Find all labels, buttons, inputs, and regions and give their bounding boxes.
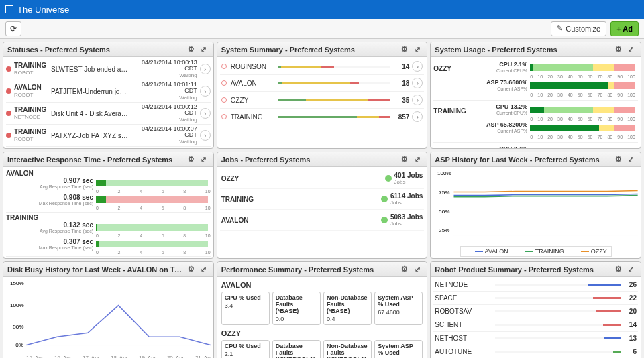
perf-cell[interactable]: CPU % Used3.4 <box>221 292 270 325</box>
status-description: SLWTEST-Job ended abnormally. <box>51 66 130 73</box>
robot-bar <box>495 297 621 299</box>
robot-value: 14 <box>621 321 637 329</box>
gear-icon[interactable]: ⚙ <box>186 264 197 275</box>
widget-title: Disk Busy History for Last Week - AVALON… <box>7 265 184 274</box>
status-timestamp: 04/21/2014 10:01:11 CDTWaiting <box>130 82 197 101</box>
status-row[interactable]: TRAININGROBOT SLWTEST-Job ended abnormal… <box>6 58 211 80</box>
svg-text:50%: 50% <box>13 324 23 330</box>
perf-cell[interactable]: Non-Database Faults (*BASE)0.4 <box>323 292 372 325</box>
robot-row[interactable]: NETHOST 13 <box>433 332 638 345</box>
summary-bar <box>278 66 391 68</box>
jobs-row[interactable]: TRAINING 6114 JobsJobs <box>220 189 425 210</box>
asp-chart: 100% 75% 50% 25% AVALONTRAININGOZZY <box>431 167 641 258</box>
status-row[interactable]: AVALONROBOT PATJITEM-Underrun job monito… <box>6 80 211 103</box>
perf-cell[interactable]: System ASP % Used73.6600 <box>374 340 423 358</box>
usage-cpu-bar <box>530 64 635 71</box>
chevron-right-icon[interactable]: › <box>200 108 211 119</box>
add-button[interactable]: + Ad <box>610 21 639 36</box>
robot-value: 26 <box>621 281 637 288</box>
status-timestamp: 04/21/2014 10:00:13 CDTWaiting <box>130 60 197 78</box>
gear-icon[interactable]: ⚙ <box>399 154 410 165</box>
irt-system: TRAINING <box>6 214 211 221</box>
perf-cell[interactable]: System ASP % Used67.4600 <box>374 292 423 325</box>
chevron-right-icon[interactable]: › <box>412 111 423 122</box>
robot-bar <box>495 351 621 353</box>
app-icon <box>5 5 13 13</box>
chevron-right-icon[interactable]: › <box>412 78 423 88</box>
expand-icon[interactable]: ⤢ <box>412 44 423 55</box>
chevron-right-icon[interactable]: › <box>200 64 211 74</box>
widget-system-summary: System Summary - Preferred Systems ⚙ ⤢ R… <box>217 42 428 149</box>
perf-cell[interactable]: Database Faults (*SHRPOOL1)0.1 <box>272 340 321 358</box>
chevron-right-icon[interactable]: › <box>412 95 423 105</box>
chevron-right-icon[interactable]: › <box>200 130 211 141</box>
widget-title: Statuses - Preferred Systems <box>7 46 184 54</box>
legend-item: TRAINING <box>515 248 564 255</box>
perf-cell[interactable]: Database Faults (*BASE)0.0 <box>272 292 321 325</box>
widget-statuses: Statuses - Preferred Systems ⚙ ⤢ TRAININ… <box>3 42 214 149</box>
summary-row[interactable]: TRAINING 857 › <box>220 109 425 125</box>
perf-cell[interactable]: CPU % Used2.1 <box>221 340 270 358</box>
widget-title: System Usage - Preferred Systems <box>435 46 611 54</box>
status-dot-icon <box>6 111 11 116</box>
app-title: The Universe <box>17 5 69 15</box>
robot-row[interactable]: SCHENT 14 <box>433 318 638 332</box>
jobs-row[interactable]: AVALON 5083 JobsJobs <box>220 210 425 231</box>
gear-icon[interactable]: ⚙ <box>399 264 410 275</box>
svg-text:0%: 0% <box>15 342 23 348</box>
robot-product: SCHENT <box>435 321 495 329</box>
svg-text:50%: 50% <box>439 208 449 215</box>
summary-row[interactable]: OZZY 35 › <box>220 92 425 109</box>
widget-title: Robot Product Summary - Preferred System… <box>435 265 611 274</box>
usage-row: AVALON CPU 3.4%Current CPU% 010203040506… <box>433 143 638 148</box>
status-timestamp: 04/21/2014 10:00:12 CDTWaiting <box>130 104 197 123</box>
gear-icon[interactable]: ⚙ <box>399 44 410 55</box>
expand-icon[interactable]: ⤢ <box>199 154 209 165</box>
status-description: PATJITEM-Underrun job monitor event occu… <box>51 88 130 95</box>
widget-performance-summary: Performance Summary - Preferred Systems … <box>217 261 428 358</box>
robot-value: 20 <box>621 308 637 315</box>
jobs-value: 6114 JobsJobs <box>390 192 423 206</box>
irt-row: AVALON 0.907 secAvg Response Time (sec) … <box>6 168 211 213</box>
perf-grid: CPU % Used3.4Database Faults (*BASE)0.0N… <box>221 292 423 325</box>
expand-icon[interactable]: ⤢ <box>626 154 637 165</box>
expand-icon[interactable]: ⤢ <box>412 154 423 165</box>
expand-icon[interactable]: ⤢ <box>412 264 423 275</box>
chevron-right-icon[interactable]: › <box>200 86 211 97</box>
jobs-row[interactable]: OZZY 401 JobsJobs <box>220 168 425 189</box>
status-dot-icon <box>6 88 11 94</box>
status-row[interactable]: TRAININGROBOT PATXYZ-Job PATXYZ schedule… <box>6 125 211 147</box>
gear-icon[interactable]: ⚙ <box>613 44 624 55</box>
robot-row[interactable]: ROBOTSAV 20 <box>433 305 638 318</box>
robot-row[interactable]: SPACE 22 <box>433 292 638 305</box>
expand-icon[interactable]: ⤢ <box>626 44 637 55</box>
svg-text:100%: 100% <box>437 170 451 176</box>
gear-icon[interactable]: ⚙ <box>613 264 624 275</box>
gear-icon[interactable]: ⚙ <box>186 154 197 165</box>
gear-icon[interactable]: ⚙ <box>613 154 624 165</box>
gear-icon[interactable]: ⚙ <box>186 44 197 55</box>
summary-dot-icon <box>221 80 227 86</box>
refresh-button[interactable]: ⟳ <box>5 21 21 36</box>
expand-icon[interactable]: ⤢ <box>199 264 209 275</box>
robot-row[interactable]: AUTOTUNE 6 <box>433 345 638 358</box>
status-row[interactable]: TRAININGCONSOLE JOB 332995/QUSER/QZLSFIL… <box>6 147 211 148</box>
robot-value: 13 <box>621 335 637 342</box>
perf-system-name: OZZY <box>221 329 423 337</box>
expand-icon[interactable]: ⤢ <box>626 264 637 275</box>
summary-row[interactable]: AVALON 18 › <box>220 75 425 92</box>
customize-button[interactable]: ✎ Customize <box>551 21 606 36</box>
status-dot-icon <box>6 66 11 72</box>
perf-cell[interactable]: Non-Database Faults (*SHRPOOL1)2.2 <box>323 340 372 358</box>
widget-title: System Summary - Preferred Systems <box>221 46 398 54</box>
jobs-system: OZZY <box>221 175 275 182</box>
status-row[interactable]: TRAININGNETNODE Disk Unit 4 - Disk Avera… <box>6 103 211 125</box>
summary-row[interactable]: ROBINSON 14 › <box>220 58 425 75</box>
summary-system: OZZY <box>231 97 278 104</box>
robot-row[interactable]: NETNODE 26 <box>433 278 638 292</box>
jobs-system: TRAINING <box>221 196 275 203</box>
expand-icon[interactable]: ⤢ <box>199 44 209 55</box>
summary-bar <box>278 116 391 118</box>
jobs-value: 401 JobsJobs <box>394 172 423 185</box>
chevron-right-icon[interactable]: › <box>412 61 423 72</box>
